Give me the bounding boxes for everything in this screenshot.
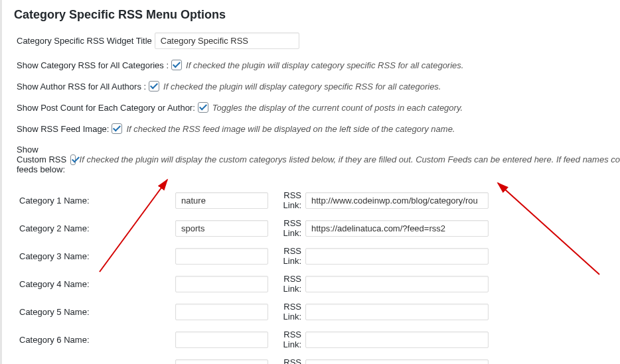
rss-link-label-1: RSS Link:: [268, 190, 305, 210]
option-checkbox-2[interactable]: [198, 102, 208, 113]
rss-link-input-4[interactable]: [305, 276, 489, 292]
option-hint-4: If checked the plugin will display the c…: [80, 154, 620, 164]
category-name-input-7[interactable]: [175, 359, 268, 365]
option-checkbox-4[interactable]: [70, 154, 76, 165]
option-hint-1: If checked the plugin will display categ…: [163, 82, 441, 91]
option-checkbox-3[interactable]: [112, 123, 122, 134]
rss-link-input-5[interactable]: [305, 304, 489, 320]
category-label-3: Category 3 Name:: [19, 251, 175, 261]
category-name-input-3[interactable]: [175, 248, 268, 265]
rss-link-input-2[interactable]: [305, 220, 489, 237]
option-hint-2: Toggles the display of the current count…: [212, 103, 463, 113]
option-label-4: Show Custom RSS feeds below:: [17, 145, 68, 174]
option-hint-0: If checked the plugin will display categ…: [186, 60, 463, 70]
page-title: Category Specific RSS Menu Options: [7, 0, 620, 27]
rss-link-input-3[interactable]: [305, 248, 489, 265]
rss-link-input-6[interactable]: [305, 332, 489, 348]
category-name-input-2[interactable]: [175, 220, 268, 237]
category-name-input-4[interactable]: [175, 276, 268, 292]
widget-title-label: Category Specific RSS Widget Title: [17, 36, 152, 46]
option-label-2: Show Post Count for Each Category or Aut…: [17, 103, 195, 113]
category-label-5: Category 5 Name:: [19, 307, 175, 317]
category-name-input-5[interactable]: [175, 304, 268, 320]
rss-link-label-7: RSS Link:: [268, 357, 305, 364]
option-label-1: Show Author RSS for All Authors :: [17, 82, 146, 91]
rss-link-label-3: RSS Link:: [268, 246, 305, 266]
category-label-4: Category 4 Name:: [19, 279, 175, 289]
option-checkbox-0[interactable]: [171, 60, 182, 70]
option-hint-3: If checked the RSS feed image will be di…: [126, 124, 455, 134]
category-label-1: Category 1 Name:: [19, 196, 175, 206]
rss-link-label-5: RSS Link:: [268, 302, 305, 322]
rss-link-label-4: RSS Link:: [268, 274, 305, 294]
rss-link-input-1[interactable]: [305, 192, 489, 209]
option-label-0: Show Category RSS for All Categories :: [17, 60, 169, 70]
rss-link-label-2: RSS Link:: [268, 218, 305, 238]
category-name-input-1[interactable]: [175, 192, 268, 209]
rss-link-label-6: RSS Link:: [268, 330, 305, 349]
category-label-6: Category 6 Name:: [19, 335, 175, 345]
category-label-2: Category 2 Name:: [19, 223, 175, 233]
category-name-input-6[interactable]: [175, 332, 268, 348]
option-label-3: Show RSS Feed Image:: [17, 124, 109, 134]
widget-title-input[interactable]: [155, 32, 299, 49]
rss-link-input-7[interactable]: [305, 359, 489, 365]
option-checkbox-1[interactable]: [149, 81, 159, 91]
